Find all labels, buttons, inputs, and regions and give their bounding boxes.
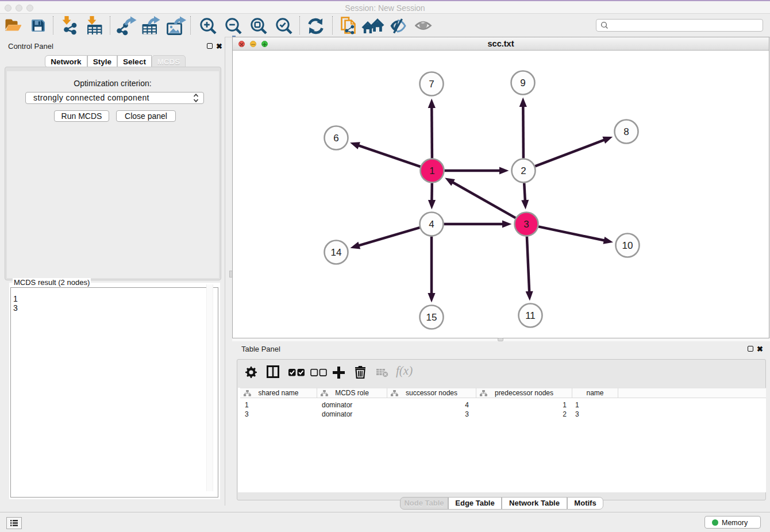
svg-text:10: 10: [622, 240, 633, 251]
svg-text:4: 4: [429, 219, 434, 230]
svg-text:3: 3: [523, 219, 529, 230]
svg-text:15: 15: [426, 312, 437, 323]
svg-text:9: 9: [520, 78, 525, 88]
svg-text:1: 1: [429, 165, 434, 176]
svg-text:14: 14: [331, 247, 342, 258]
svg-text:7: 7: [429, 79, 434, 90]
svg-text:11: 11: [525, 310, 536, 321]
svg-text:8: 8: [623, 126, 629, 137]
svg-text:6: 6: [333, 133, 338, 144]
svg-text:2: 2: [521, 165, 526, 176]
